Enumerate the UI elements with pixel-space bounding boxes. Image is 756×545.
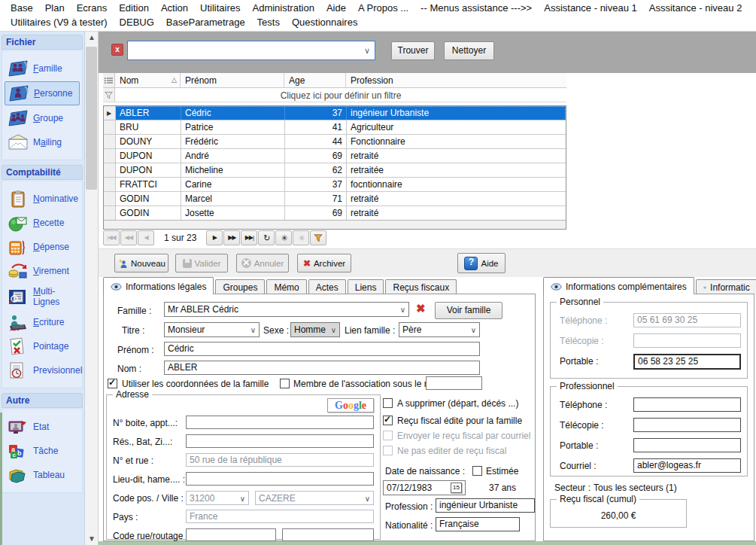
lieudit-field[interactable] [186,472,374,486]
menu-item[interactable]: Tests [251,16,286,29]
refresh-button[interactable]: ↻ [258,230,275,245]
sexe-combobox[interactable]: Homme [290,322,340,337]
table-row[interactable]: GODINJosette69retraité [104,206,566,220]
sidebar-item-multi-lignes[interactable]: Multi-Lignes [5,284,80,309]
sidebar-item-ecriture[interactable]: Ecriture [5,311,80,333]
table-row[interactable]: DOUNYFrédéric44Fonctionnaire [104,135,566,149]
pro-tel-field[interactable] [633,397,741,412]
pro-mobile-field[interactable] [633,438,741,452]
sidebar-item-recette[interactable]: Recette [5,212,80,234]
routage-field-1[interactable] [186,528,276,541]
menu-item[interactable]: Edition [113,2,155,14]
perso-fax-field[interactable] [633,333,741,348]
new-record-button[interactable]: ✳ [275,230,292,245]
menu-item[interactable]: A Propos ... [352,2,414,14]
menu-item[interactable]: -- Menus assistance --->> [414,2,538,14]
routage-field-2[interactable] [282,528,374,541]
next-record-button[interactable]: ▶ [206,230,223,245]
table-filter-row[interactable]: Cliquez ici pour définir un filtre [103,88,566,102]
fast-next-button[interactable]: ▶▶ [223,230,240,245]
table-row[interactable]: ▶ABLERCédric37ingénieur Urbaniste [104,106,566,120]
tab-informations-compl-mentaires[interactable]: Informations complémentaires [543,277,694,294]
sidebar-section-autre[interactable]: Autre [2,393,83,408]
ville-combobox[interactable]: CAZERE [255,491,374,505]
tab-m-mo[interactable]: Mémo [266,279,306,294]
column-header-nom[interactable]: Nom△ [115,73,181,87]
nationalite-field[interactable]: Française [436,517,520,531]
menu-item[interactable]: Action [155,2,194,14]
validate-button[interactable]: Valider [175,254,228,272]
birthdate-field[interactable]: 07/12/1983 15 [383,480,466,495]
sidebar-item-personne[interactable]: Personne [5,81,80,105]
sidebar-section-fichier[interactable]: Fichier [2,35,83,50]
menu-item[interactable]: Assistance - niveau 1 [538,2,643,14]
archive-button[interactable]: ✖ Archiver [297,254,351,272]
column-header-profession[interactable]: Profession [346,73,566,87]
nepas-checkbox[interactable] [383,446,393,455]
menu-item[interactable]: Administration [247,2,320,14]
member-number-field[interactable] [426,376,482,390]
menu-item[interactable]: DEBUG [114,16,160,29]
supprimer-checkbox[interactable] [383,398,393,408]
scrollbar-thumb[interactable] [86,47,97,190]
menu-item[interactable]: Questionnaires [286,16,363,29]
recu-famille-checkbox[interactable] [383,416,393,425]
tab-liens[interactable]: Liens [348,279,384,294]
table-row[interactable]: GODINMarcel71retraité [104,192,566,206]
menu-item[interactable]: Aide [320,2,352,14]
sidebar-item-nominative[interactable]: Nominative [5,187,80,210]
column-header-prenom[interactable]: Prénom [181,73,284,87]
perso-tel-field[interactable]: 05 61 69 30 25 [633,313,741,327]
profession-field[interactable]: ingénieur Urbaniste [436,498,535,513]
sidebar-item-mailing[interactable]: Mailing [5,131,80,154]
new-record-alt-button[interactable]: ✳ [293,230,309,245]
boite-field[interactable] [186,416,374,429]
envoyer-checkbox[interactable] [383,431,393,440]
perso-mobile-field[interactable]: 06 58 23 25 25 [633,354,741,370]
prev-record-button[interactable]: ◀ [138,230,154,245]
filter-button[interactable] [310,230,326,245]
search-combobox[interactable]: ∨ [127,41,375,60]
last-record-button[interactable]: ▶▶| [241,230,257,245]
sidebar-section-comptabilité[interactable]: Comptabilité [2,165,83,180]
titre-combobox[interactable]: Monsieur [164,322,260,337]
sidebar-item-groupe[interactable]: Groupe [5,107,80,129]
menu-item[interactable]: Ecrans [71,2,113,14]
estimee-checkbox[interactable] [472,466,482,476]
courriel-field[interactable]: abler@logeas.fr [633,458,741,473]
sidebar-item-d-pense[interactable]: Dépense [5,236,80,258]
lien-famille-combobox[interactable]: Père [399,322,480,337]
menu-item[interactable]: Plan [39,2,71,14]
search-clear-button[interactable]: x [111,44,123,56]
res-field[interactable] [186,434,374,448]
menu-item[interactable]: Asssitance - niveau 2 [643,2,748,14]
tab-informatic[interactable]: Informatic [696,279,756,294]
table-row[interactable]: BRUPatrice41Agriculteur [104,120,566,135]
sidebar-item-virement[interactable]: Virement [5,260,80,282]
menu-item[interactable]: BaseParametrage [160,16,251,29]
column-header-age[interactable]: Age [284,73,346,87]
menu-item[interactable]: Base [5,2,39,14]
chevron-down-icon[interactable]: ∨ [364,46,375,56]
nom-field[interactable]: ABLER [164,361,480,375]
table-row[interactable]: FRATTCICarine37focntionnaire [104,178,566,192]
code-postal-combobox[interactable]: 31200 [186,491,249,505]
pro-fax-field[interactable] [633,418,741,432]
prenom-field[interactable]: Cédric [164,342,480,356]
sidebar-item-famille[interactable]: Famille [5,57,80,80]
sidebar-item-etat[interactable]: Etat [5,416,80,438]
clean-button[interactable]: Nettoyer [444,41,494,60]
calendar-icon[interactable]: 15 [451,483,462,493]
member-checkbox[interactable] [280,379,290,388]
famille-combobox[interactable]: Mr ABLER Cédric [164,302,409,317]
scroll-down-icon[interactable]: ▼ [85,533,99,545]
tab-actes[interactable]: Actes [308,279,346,294]
pays-field[interactable]: France [186,510,374,523]
cancel-button[interactable]: ✕ Annuler [236,254,289,272]
sidebar-scrollbar[interactable]: ▲ ▼ [85,32,99,545]
clear-family-icon[interactable]: ✖ [416,303,426,315]
find-button[interactable]: Trouver [391,41,435,60]
table-row[interactable]: DUPONMicheline62retraitée [104,163,566,178]
google-button[interactable]: Google [327,398,374,413]
sidebar-item-t-che[interactable]: abcTâche [5,440,80,462]
